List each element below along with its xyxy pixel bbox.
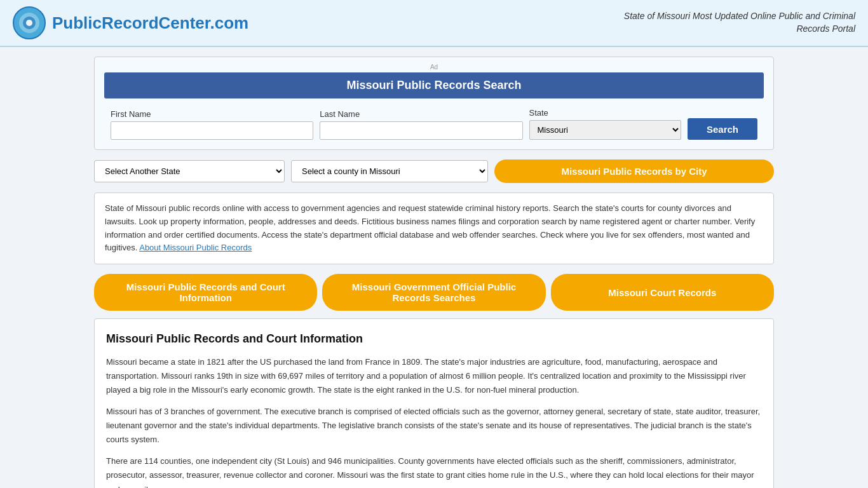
content-para-3: There are 114 counties, one independent … [106, 454, 762, 488]
last-name-label: Last Name [320, 109, 522, 119]
tab-court-records[interactable]: Missouri Court Records [551, 274, 774, 311]
last-name-input[interactable] [320, 121, 522, 140]
search-widget: Ad Missouri Public Records Search First … [94, 57, 774, 150]
search-widget-title: Missouri Public Records Search [104, 72, 764, 98]
content-title: Missouri Public Records and Court Inform… [106, 329, 762, 349]
city-button[interactable]: Missouri Public Records by City [494, 159, 774, 183]
logo-area: PublicRecordCenter.com [13, 6, 248, 39]
state-dropdown[interactable]: Select Another State [94, 160, 285, 182]
state-group: State Missouri [529, 108, 681, 140]
search-fields: First Name Last Name State Missouri Sear… [104, 108, 764, 140]
content-section: Missouri Public Records and Court Inform… [94, 318, 774, 488]
ad-label: Ad [104, 64, 764, 71]
search-button[interactable]: Search [688, 118, 757, 140]
last-name-group: Last Name [320, 109, 522, 140]
county-dropdown-container: Select a county in Missouri [291, 160, 488, 182]
first-name-label: First Name [111, 109, 313, 119]
tab-buttons: Missouri Public Records and Court Inform… [94, 274, 774, 311]
site-logo-icon [13, 6, 46, 39]
main-container: Ad Missouri Public Records Search First … [85, 57, 783, 488]
info-box: State of Missouri public records online … [94, 193, 774, 264]
first-name-group: First Name [111, 109, 313, 140]
county-dropdown[interactable]: Select a county in Missouri [291, 160, 488, 182]
svg-point-3 [26, 20, 32, 26]
content-para-2: Missouri has of 3 branches of government… [106, 405, 762, 447]
dropdowns-row: Select Another State Select a county in … [94, 159, 774, 183]
about-link[interactable]: About Missouri Public Records [139, 243, 252, 252]
content-para-1: Missouri became a state in 1821 after th… [106, 355, 762, 397]
state-label: State [529, 108, 681, 118]
tab-public-records[interactable]: Missouri Public Records and Court Inform… [94, 274, 317, 311]
site-tagline: State of Missouri Most Updated Online Pu… [588, 10, 855, 35]
site-header: PublicRecordCenter.com State of Missouri… [0, 0, 868, 47]
state-select[interactable]: Missouri [529, 120, 681, 140]
first-name-input[interactable] [111, 121, 313, 140]
site-logo-text: PublicRecordCenter.com [52, 13, 248, 33]
tab-government[interactable]: Missouri Government Official Public Reco… [322, 274, 545, 311]
state-dropdown-container: Select Another State [94, 160, 285, 182]
